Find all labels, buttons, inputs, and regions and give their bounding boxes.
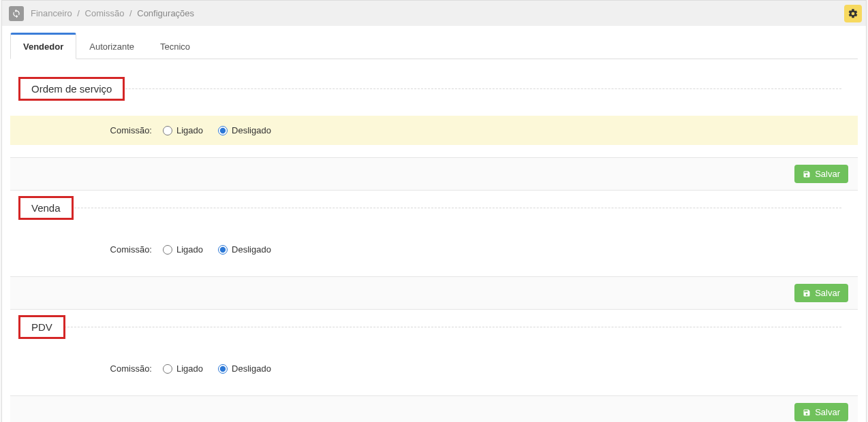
comissao-radio-group-venda: Ligado Desligado — [163, 244, 271, 255]
tab-autorizante[interactable]: Autorizante — [76, 33, 147, 59]
radio-ligado-pdv[interactable]: Ligado — [163, 363, 203, 374]
breadcrumb-level2[interactable]: Comissão — [85, 8, 125, 18]
save-row-ordem: Salvar — [10, 157, 858, 191]
settings-button[interactable] — [844, 5, 862, 22]
comissao-label: Comissão: — [21, 244, 163, 255]
comissao-radio-group-ordem: Ligado Desligado — [163, 125, 271, 135]
comissao-row-pdv: Comissão: Ligado Desligado — [10, 354, 858, 383]
save-row-venda: Salvar — [10, 276, 858, 310]
radio-desligado-input[interactable] — [218, 364, 228, 374]
radio-ligado-venda[interactable]: Ligado — [163, 244, 203, 255]
radio-desligado-venda[interactable]: Desligado — [218, 244, 271, 255]
comissao-row-ordem: Comissão: Ligado Desligado — [10, 116, 858, 145]
save-row-pdv: Salvar — [10, 395, 858, 422]
topbar: Financeiro / Comissão / Configurações — [1, 0, 867, 26]
radio-ligado-ordem[interactable]: Ligado — [163, 125, 203, 135]
breadcrumb-level1[interactable]: Financeiro — [31, 8, 72, 18]
save-button-ordem[interactable]: Salvar — [794, 165, 848, 183]
radio-ligado-input[interactable] — [163, 364, 172, 374]
save-icon — [803, 289, 811, 297]
breadcrumb-current: Configurações — [137, 8, 194, 18]
tab-panel-vendedor: Ordem de serviço Comissão: Ligado Deslig… — [10, 59, 858, 422]
comissao-row-venda: Comissão: Ligado Desligado — [10, 235, 858, 264]
page: Vendedor Autorizante Tecnico Ordem de se… — [1, 26, 867, 422]
radio-desligado-pdv[interactable]: Desligado — [218, 363, 271, 374]
section-title-venda: Venda — [18, 196, 74, 220]
section-pdv: PDV — [10, 311, 858, 342]
section-title-pdv: PDV — [18, 315, 65, 339]
radio-desligado-input[interactable] — [218, 126, 228, 135]
radio-desligado-ordem[interactable]: Desligado — [218, 125, 271, 135]
refresh-button[interactable] — [9, 6, 24, 21]
divider — [27, 327, 841, 327]
section-title-ordem: Ordem de serviço — [18, 77, 125, 101]
radio-desligado-input[interactable] — [218, 245, 228, 255]
section-ordem: Ordem de serviço — [10, 73, 858, 103]
refresh-icon — [12, 9, 21, 18]
divider — [27, 88, 841, 89]
gear-icon — [848, 8, 858, 19]
save-button-pdv[interactable]: Salvar — [794, 403, 848, 421]
breadcrumb: Financeiro / Comissão / Configurações — [31, 8, 194, 18]
divider — [27, 208, 841, 208]
tab-tecnico[interactable]: Tecnico — [147, 33, 203, 59]
save-button-venda[interactable]: Salvar — [794, 284, 848, 302]
comissao-label: Comissão: — [21, 363, 163, 374]
save-icon — [803, 408, 811, 417]
tab-vendedor[interactable]: Vendedor — [10, 33, 76, 59]
radio-ligado-input[interactable] — [163, 245, 172, 255]
comissao-label: Comissão: — [21, 125, 163, 135]
section-venda: Venda — [10, 192, 858, 223]
radio-ligado-input[interactable] — [163, 126, 172, 135]
comissao-radio-group-pdv: Ligado Desligado — [163, 363, 271, 374]
tab-nav: Vendedor Autorizante Tecnico — [10, 33, 858, 59]
save-icon — [803, 170, 811, 178]
